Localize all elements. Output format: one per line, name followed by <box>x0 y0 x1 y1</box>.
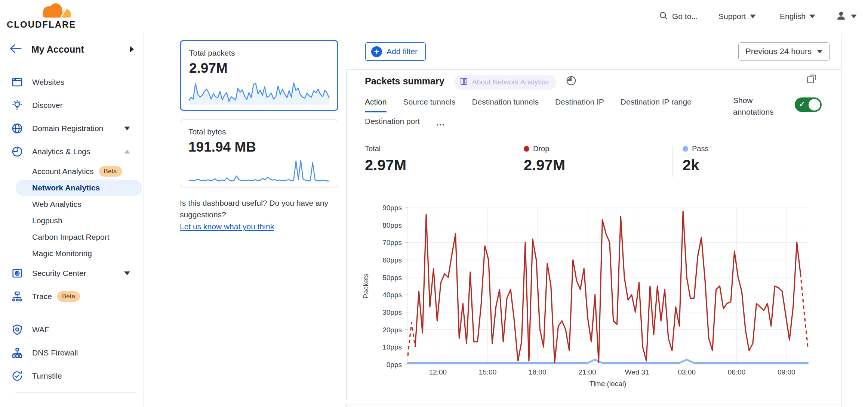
browser-icon <box>11 76 23 88</box>
sidebar-item-label: WAF <box>32 325 49 334</box>
vault-icon <box>11 267 23 279</box>
packets-sparkline <box>187 78 331 106</box>
hierarchy-icon <box>11 347 23 359</box>
search-icon <box>659 11 668 22</box>
sidebar-divider <box>15 313 137 313</box>
support-label: Support <box>718 12 746 21</box>
stat-label: Drop <box>533 145 549 153</box>
sidebar-item-label: Web Analytics <box>32 200 81 209</box>
cloudflare-logo[interactable]: CLOUDFLARE <box>7 1 70 31</box>
sidebar-item-label: Magic Monitoring <box>32 249 92 258</box>
show-annotations-toggle[interactable]: ✓ <box>795 97 822 112</box>
sidebar-item-network-analytics[interactable]: Network Analytics <box>16 180 142 196</box>
goto-search[interactable]: Go to... <box>659 0 698 33</box>
sidebar-item-account-analytics[interactable]: Account AnalyticsBeta <box>0 163 144 180</box>
svg-text:18:00: 18:00 <box>529 368 547 376</box>
svg-text:40pps: 40pps <box>382 291 402 299</box>
tab-destination-port[interactable]: Destination port <box>365 112 420 133</box>
rotate-check-icon <box>11 370 23 382</box>
sidebar: My Account WebsitesDiscoverDomain Regist… <box>0 33 144 407</box>
svg-text:09:00: 09:00 <box>778 368 795 376</box>
about-badge-label: About Network Analytics <box>472 78 549 86</box>
svg-text:70pps: 70pps <box>382 239 402 246</box>
feedback-block: Is this dashboard useful? Do you have an… <box>180 197 344 232</box>
bytes-sparkline <box>187 157 331 185</box>
sidebar-item-label: Network Analytics <box>32 183 100 192</box>
panel-title: Packets summary <box>365 76 444 87</box>
expand-panel-icon[interactable] <box>806 73 818 86</box>
sidebar-item-trace[interactable]: TraceBeta <box>0 285 144 308</box>
time-range-dropdown[interactable]: Previous 24 hours <box>738 42 830 61</box>
account-label: My Account <box>31 44 84 55</box>
svg-text:60pps: 60pps <box>382 256 402 264</box>
time-range-label: Previous 24 hours <box>745 47 812 56</box>
sidebar-item-waf[interactable]: WAF <box>0 318 144 341</box>
drop-legend-dot <box>524 146 529 152</box>
sidebar-item-domain-registration[interactable]: Domain Registration <box>0 117 144 140</box>
user-menu[interactable] <box>835 0 857 33</box>
sidebar-item-label: Carbon Impact Report <box>32 233 110 242</box>
pass-legend-dot <box>683 146 688 152</box>
top-bar: CLOUDFLARE Go to... Support English <box>0 0 868 33</box>
card-total-packets[interactable]: Total packets2.97M <box>180 40 338 111</box>
toggle-knob <box>809 99 820 111</box>
beta-badge: Beta <box>99 166 122 177</box>
chevron-down-icon <box>750 15 756 18</box>
tab-action[interactable]: Action <box>365 93 387 112</box>
sidebar-item-web-analytics[interactable]: Web Analytics <box>0 196 144 212</box>
stats-row: Total2.97MDrop2.97MPass2k <box>347 145 841 180</box>
stat-divider <box>513 146 513 177</box>
sidebar-item-label: Logpush <box>32 216 62 225</box>
chevron-down-icon <box>809 15 815 18</box>
sidebar-item-label: Security Center <box>32 269 86 278</box>
support-menu[interactable]: Support <box>718 0 756 33</box>
plus-icon: + <box>371 46 382 57</box>
pie-chart-mini-icon[interactable] <box>566 75 577 88</box>
stat-label: Pass <box>692 145 708 153</box>
cloudflare-dashboard: CLOUDFLARE Go to... Support English <box>0 0 868 407</box>
next-panel-edge <box>346 404 841 407</box>
svg-text:12:00: 12:00 <box>429 368 447 376</box>
tab-destination-tunnels[interactable]: Destination tunnels <box>472 93 539 112</box>
beta-badge: Beta <box>57 291 80 302</box>
sidebar-item-magic-monitoring[interactable]: Magic Monitoring <box>0 245 144 262</box>
goto-label: Go to... <box>672 12 698 21</box>
sidebar-item-turnstile[interactable]: Turnstile <box>0 364 144 388</box>
sidebar-item-label: Analytics & Logs <box>32 147 90 156</box>
about-network-analytics-badge[interactable]: About Network Analytics <box>454 75 556 90</box>
sidebar-item-websites[interactable]: Websites <box>0 71 144 94</box>
sidebar-item-dns-firewall[interactable]: DNS Firewall <box>0 341 144 364</box>
language-menu[interactable]: English <box>780 0 815 33</box>
svg-text:Time (local): Time (local) <box>590 380 627 388</box>
card-title: Total bytes <box>188 127 338 136</box>
account-header[interactable]: My Account <box>0 33 144 66</box>
sidebar-item-discover[interactable]: Discover <box>0 94 144 117</box>
chevron-down-icon <box>124 271 130 275</box>
tab-source-tunnels[interactable]: Source tunnels <box>403 93 455 112</box>
trace-icon <box>11 291 23 302</box>
sidebar-divider <box>15 392 137 393</box>
sidebar-item-carbon-impact-report[interactable]: Carbon Impact Report <box>0 229 144 245</box>
tab-destination-ip-range[interactable]: Destination IP range <box>621 93 692 112</box>
globe-icon <box>11 122 23 134</box>
svg-text:20pps: 20pps <box>382 326 402 334</box>
sidebar-item-label: Websites <box>32 78 64 87</box>
sidebar-item-label: DNS Firewall <box>32 348 78 357</box>
tab-destination-ip[interactable]: Destination IP <box>555 93 604 112</box>
cloudflare-cloud-icon <box>37 3 75 21</box>
sidebar-item-logpush[interactable]: Logpush <box>0 212 144 229</box>
feedback-text: Is this dashboard useful? Do you have an… <box>180 199 328 219</box>
feedback-link[interactable]: Let us know what you think <box>180 221 274 232</box>
svg-text:Wed 31: Wed 31 <box>625 368 649 376</box>
svg-text:06:00: 06:00 <box>728 368 746 376</box>
sidebar-item-security-center[interactable]: Security Center <box>0 262 144 285</box>
svg-text:03:00: 03:00 <box>678 368 696 376</box>
tabs-overflow-button[interactable]: ... <box>436 112 445 133</box>
chevron-right-icon <box>130 46 134 53</box>
add-filter-button[interactable]: + Add filter <box>365 42 426 61</box>
check-icon: ✓ <box>799 100 805 109</box>
svg-text:80pps: 80pps <box>382 221 402 229</box>
card-total-bytes[interactable]: Total bytes191.94 MB <box>180 119 338 187</box>
back-arrow-icon[interactable] <box>9 43 22 55</box>
sidebar-item-analytics-logs[interactable]: Analytics & Logs <box>0 140 144 163</box>
